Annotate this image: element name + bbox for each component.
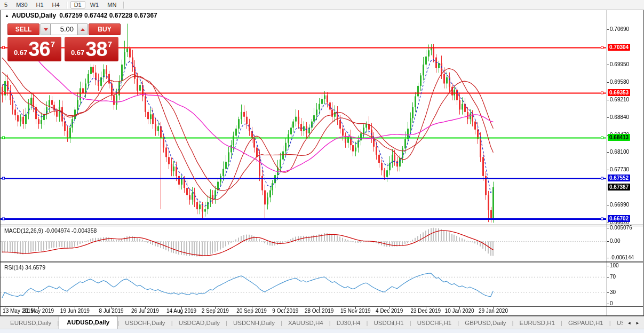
date-axis-label: 19 Jun 2019: [60, 308, 90, 314]
chart-tab-usdcnh-daily[interactable]: USDCNH,Daily: [227, 318, 281, 329]
date-axis-label: 4 Dec 2019: [376, 308, 403, 314]
tabs-scroll-right-icon[interactable]: ►: [635, 321, 640, 326]
chart-tab-xauusd-h4[interactable]: XAUUSD,H4: [282, 318, 329, 329]
toolbar-separator: [123, 2, 124, 9]
date-axis-label: 8 Jul 2019: [99, 308, 123, 314]
ask-prefix: 0.67: [71, 49, 84, 57]
hline-price-label: 0.66702: [608, 215, 630, 222]
hline-price-label: 0.69353: [608, 89, 630, 96]
price-axis-label: 0.69580: [610, 79, 629, 85]
volume-stepper: 5.00: [41, 23, 88, 35]
volume-increase-button[interactable]: [77, 23, 88, 35]
up-arrow-icon: [81, 28, 85, 31]
rsi-indicator-label: RSI(14) 34.6579: [4, 264, 45, 271]
chart-tabs: EURUSD,Daily|AUDUSD,Daily|USDCHF,Daily|U…: [0, 316, 623, 329]
hline-price-label: 0.70304: [608, 44, 630, 51]
price-axis[interactable]: 0.706900.699500.695800.692100.688400.684…: [607, 0, 644, 333]
hline-price-label: 0.67552: [608, 175, 630, 181]
chart-tab-eurusd-h1[interactable]: EURUSD,H1: [514, 318, 561, 329]
date-axis-label: 10 Jan 2020: [445, 308, 474, 314]
buy-button[interactable]: BUY: [89, 23, 121, 35]
chart-tab-usdoil-h1[interactable]: USDOil,H1: [368, 318, 409, 329]
sell-button[interactable]: SELL: [7, 23, 39, 35]
date-axis[interactable]: 13 May 201931 May 201919 Jun 20198 Jul 2…: [0, 307, 607, 315]
tabs-scroll-left-icon[interactable]: ◄: [627, 321, 631, 326]
timeframe-button-m30[interactable]: M30: [12, 1, 31, 9]
toolbar-separator: [67, 2, 67, 9]
rsi-axis-label: 100: [610, 263, 619, 268]
one-click-trading-panel: SELL 5.00 BUY 0.67 36 7 0.67 38 7: [7, 23, 121, 61]
trading-terminal-window: 5M30H1H4D1W1MN ▲AUDUSD,Daily0.67259 0.67…: [0, 0, 644, 333]
date-axis-label: 28 Oct 2019: [305, 308, 333, 314]
chart-title: ▲AUDUSD,Daily0.67259 0.67442 0.67228 0.6…: [5, 12, 157, 19]
collapse-chart-icon[interactable]: ▲: [5, 13, 9, 18]
bid-prefix: 0.67: [14, 49, 27, 57]
timeframe-button-mn[interactable]: MN: [104, 1, 120, 9]
price-axis-label: 0.68100: [610, 149, 629, 155]
timeframe-button-h1[interactable]: H1: [33, 1, 47, 9]
chart-tab-usd[interactable]: USD: [611, 318, 623, 329]
timeframe-button-h4[interactable]: H4: [49, 1, 63, 9]
rsi-axis-label: 0: [610, 300, 613, 306]
bottom-strip: [0, 329, 644, 333]
price-axis-label: 0.69210: [610, 97, 629, 102]
macd-indicator-label: MACD(12,26,9) -0.004974 -0.004358: [4, 227, 97, 234]
macd-axis-label: 0.00: [610, 238, 620, 244]
price-axis-label: 0.69950: [610, 61, 629, 67]
volume-decrease-button[interactable]: [41, 23, 51, 35]
sell-price-button[interactable]: 0.67 36 7: [7, 37, 61, 61]
chart-symbol-label: AUDUSD,Daily: [12, 12, 56, 19]
buy-price-button[interactable]: 0.67 38 7: [65, 37, 118, 61]
macd-axis-label: 0.005076: [610, 225, 632, 231]
chart-tab-audusd-daily[interactable]: AUDUSD,Daily: [59, 316, 117, 329]
timeframe-button-w1[interactable]: W1: [86, 1, 103, 9]
ask-pip-digit: 7: [108, 39, 112, 49]
timeframe-toolbar: 5M30H1H4D1W1MN: [0, 0, 644, 10]
hline-price-label: 0.68413: [608, 134, 630, 141]
price-axis-label: 0.66990: [610, 202, 629, 208]
current-price-label: 0.67367: [608, 184, 630, 191]
macd-axis-label: -0.006144: [610, 255, 634, 260]
ask-big-digits: 38: [85, 38, 107, 60]
timeframe-button-d1[interactable]: D1: [70, 1, 85, 9]
chart-tab-gbpusd-daily[interactable]: GBPUSD,Daily: [459, 318, 512, 329]
bid-pip-digit: 7: [51, 39, 55, 49]
date-axis-label: 23 Dec 2019: [410, 308, 441, 314]
chart-tab-eurusd-daily[interactable]: EURUSD,Daily: [4, 318, 57, 329]
volume-input[interactable]: 5.00: [51, 23, 77, 35]
chart-tabs-bar: EURUSD,Daily|AUDUSD,Daily|USDCHF,Daily|U…: [0, 316, 644, 329]
date-axis-label: 14 Aug 2019: [166, 308, 196, 314]
chart-tab-gbpaud-h1[interactable]: GBPAUD,H1: [562, 318, 609, 329]
price-axis-label: 0.67730: [610, 166, 629, 172]
bid-big-digits: 36: [28, 38, 50, 60]
date-axis-label: 9 Oct 2019: [272, 308, 298, 314]
date-axis-label: 31 May 2019: [23, 308, 54, 314]
date-axis-label: 26 Jul 2019: [131, 308, 159, 314]
date-axis-label: 20 Sep 2019: [236, 308, 267, 314]
down-arrow-icon: [44, 28, 48, 31]
chart-ohlc-values: 0.67259 0.67442 0.67228 0.67367: [59, 12, 157, 19]
date-axis-label: 15 Nov 2019: [340, 308, 371, 314]
chart-tab-usdcad-daily[interactable]: USDCAD,Daily: [173, 318, 226, 329]
rsi-axis-label: 70: [610, 274, 616, 280]
timeframe-button-5[interactable]: 5: [1, 1, 11, 9]
chart-tab-usdchf-h1[interactable]: USDCHF,H1: [411, 318, 458, 329]
price-axis-label: 0.68840: [610, 114, 629, 120]
date-axis-label: 29 Jan 2020: [479, 308, 508, 314]
tab-scroll-arrows: ◄ ►: [623, 321, 644, 329]
chart-tab-usdchf-daily[interactable]: USDCHF,Daily: [119, 318, 171, 329]
price-axis-label: 0.70690: [610, 26, 629, 32]
date-axis-label: 2 Sep 2019: [202, 308, 229, 314]
rsi-axis-label: 30: [610, 289, 616, 295]
chart-tab-dj30-h4[interactable]: DJ30,H4: [331, 318, 367, 329]
